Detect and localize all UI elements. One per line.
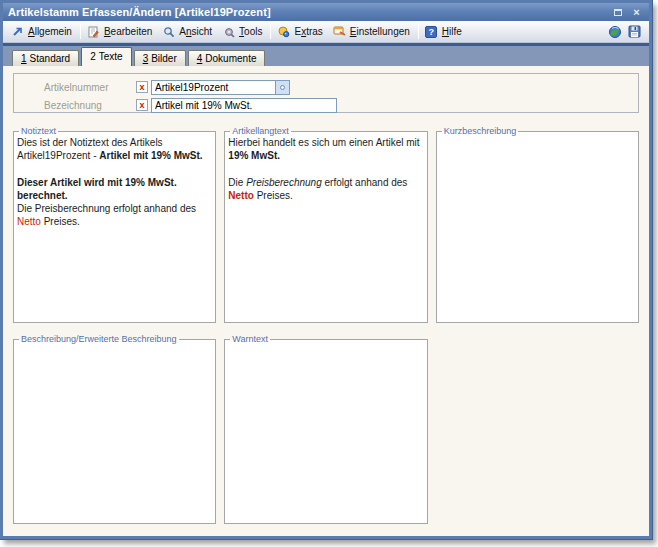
bezeichnung-label: Bezeichnung — [44, 100, 136, 111]
artikellangtext-groupbox: Artikellangtext Hierbei handelt es sich … — [224, 126, 427, 323]
save-button[interactable] — [628, 25, 641, 38]
artikellangtext-label: Artikellangtext — [230, 126, 291, 136]
menu-item-tools[interactable]: Tools — [218, 23, 268, 40]
notiztext-editor[interactable]: Dies ist der Notiztext des Artikels Arti… — [17, 136, 212, 320]
bezeichnung-input[interactable] — [151, 98, 337, 113]
app-window: Artikelstamm Erfassen/Ändern [Artikel19P… — [0, 0, 652, 539]
article-header-fieldbox: Artikelnummer x Bezeichnung x — [13, 73, 639, 113]
menu-item-allgemein[interactable]: Allgemein — [7, 23, 78, 40]
artikellangtext-editor[interactable]: Hierbei handelt es sich um einen Artikel… — [228, 136, 423, 320]
tab-texte[interactable]: 2Texte — [81, 47, 131, 66]
restore-button[interactable] — [610, 6, 625, 19]
save-icon — [628, 25, 641, 38]
artikelnummer-row: Artikelnummer x — [44, 79, 638, 95]
close-button[interactable]: × — [629, 6, 644, 19]
settings-icon — [333, 25, 346, 38]
globe-icon — [608, 25, 622, 39]
menu-item-ansicht[interactable]: Ansicht — [158, 23, 218, 40]
wrench-icon — [222, 25, 235, 38]
combobox-dropdown-icon — [280, 85, 285, 90]
empty-cell — [436, 334, 639, 524]
menu-separator — [270, 24, 271, 39]
clear-field-icon[interactable]: x — [136, 81, 148, 93]
warntext-label: Warntext — [230, 334, 270, 344]
menu-item-extras[interactable]: Extras — [273, 23, 328, 40]
beschreibung-groupbox: Beschreibung/Erweiterte Beschreibung — [13, 334, 216, 524]
menu-item-hilfe[interactable]: ? Hilfe — [421, 23, 468, 40]
help-icon: ? — [425, 25, 438, 38]
magnifier-icon — [162, 25, 175, 38]
notiztext-label: Notiztext — [19, 126, 58, 136]
warntext-groupbox: Warntext — [224, 334, 427, 524]
menu-item-einstellungen[interactable]: Einstellungen — [329, 23, 416, 40]
menubar: Allgemein Bearbeiten Ansicht Tools — [3, 21, 649, 43]
window-title: Artikelstamm Erfassen/Ändern [Artikel19P… — [8, 6, 271, 18]
bezeichnung-row: Bezeichnung x — [44, 97, 638, 113]
extras-gear-icon — [277, 25, 290, 38]
menu-separator — [418, 24, 419, 39]
tab-content-texte: Artikelnummer x Bezeichnung x Notiztext … — [3, 66, 649, 536]
kurzbeschreibung-label: Kurzbeschreibung — [442, 126, 519, 136]
artikelnummer-combobox — [151, 80, 290, 95]
beschreibung-editor[interactable] — [17, 344, 212, 521]
window-restore-icon — [614, 9, 622, 16]
globe-button[interactable] — [608, 25, 622, 39]
kurzbeschreibung-editor[interactable] — [440, 136, 635, 320]
edit-page-icon — [87, 25, 100, 38]
titlebar: Artikelstamm Erfassen/Ändern [Artikel19P… — [3, 3, 649, 21]
warntext-editor[interactable] — [228, 344, 423, 521]
tab-standard[interactable]: 1Standard — [12, 50, 79, 66]
clear-field-icon[interactable]: x — [136, 99, 148, 111]
combobox-dropdown-button[interactable] — [275, 80, 290, 95]
window-close-icon: × — [633, 7, 639, 18]
kurzbeschreibung-groupbox: Kurzbeschreibung — [436, 126, 639, 323]
menu-item-bearbeiten[interactable]: Bearbeiten — [83, 23, 158, 40]
artikelnummer-input[interactable] — [151, 80, 275, 95]
notiztext-groupbox: Notiztext Dies ist der Notiztext des Art… — [13, 126, 216, 323]
menu-separator — [80, 24, 81, 39]
arrow-up-right-icon — [11, 25, 24, 38]
tabstrip: 1Standard 2Texte 3Bilder 4Dokumente — [3, 46, 649, 66]
artikelnummer-label: Artikelnummer — [44, 82, 136, 93]
beschreibung-label: Beschreibung/Erweiterte Beschreibung — [19, 334, 179, 344]
tab-bilder[interactable]: 3Bilder — [134, 50, 186, 66]
tab-dokumente[interactable]: 4Dokumente — [188, 50, 266, 66]
